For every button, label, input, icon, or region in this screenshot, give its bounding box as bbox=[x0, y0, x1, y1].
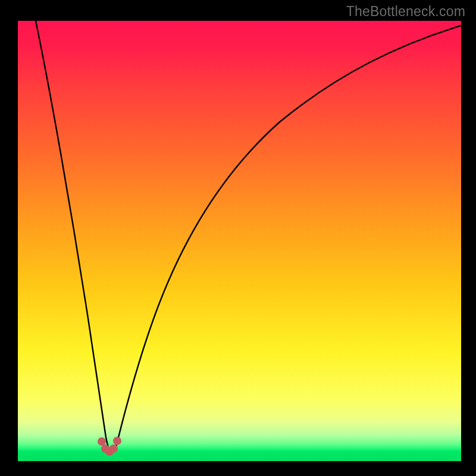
curve-layer bbox=[18, 21, 461, 461]
watermark-text: TheBottleneck.com bbox=[346, 4, 465, 20]
minimum-marker-cluster bbox=[98, 437, 121, 456]
bottleneck-curve bbox=[36, 21, 461, 452]
marker-dot bbox=[109, 444, 118, 453]
plot-area bbox=[18, 21, 461, 461]
chart-frame: TheBottleneck.com bbox=[0, 0, 476, 476]
marker-dot bbox=[98, 437, 106, 446]
marker-dot bbox=[113, 437, 121, 445]
